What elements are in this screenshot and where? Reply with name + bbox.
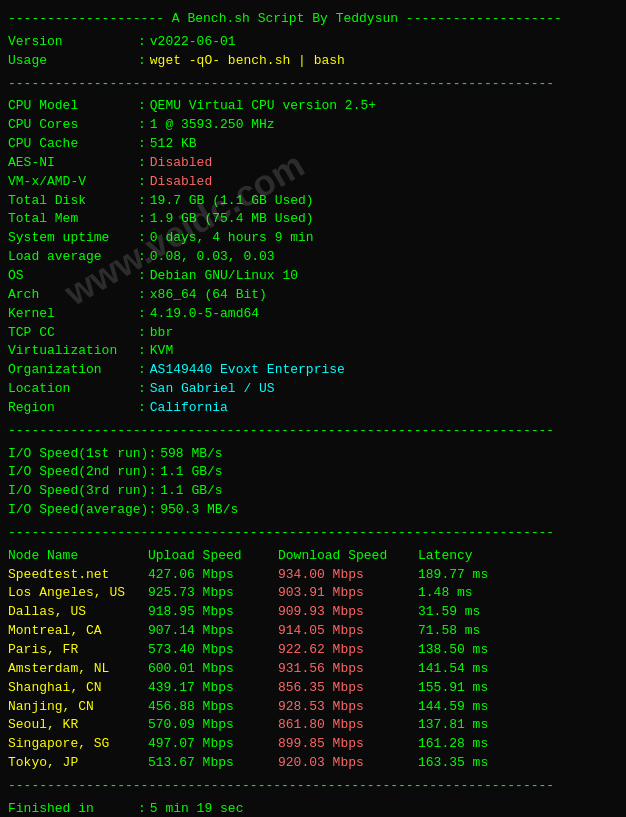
cpu-cores-value: 1 @ 3593.250 MHz	[150, 116, 275, 135]
aes-ni-value: Disabled	[150, 154, 212, 173]
upload-speed: 918.95 Mbps	[148, 603, 278, 622]
tcp-cc-value: bbr	[150, 324, 173, 343]
latency: 71.58 ms	[418, 622, 518, 641]
node-name: Paris, FR	[8, 641, 148, 660]
finished-value: 5 min 19 sec	[150, 800, 244, 817]
load-average-label: Load average	[8, 248, 138, 267]
node-name: Los Angeles, US	[8, 584, 148, 603]
table-row: Paris, FR573.40 Mbps922.62 Mbps138.50 ms	[8, 641, 618, 660]
load-average-value: 0.08, 0.03, 0.03	[150, 248, 275, 267]
io1-label: I/O Speed(1st run)	[8, 445, 148, 464]
io2-label: I/O Speed(2nd run)	[8, 463, 148, 482]
upload-speed: 925.73 Mbps	[148, 584, 278, 603]
download-speed: 934.00 Mbps	[278, 566, 418, 585]
col-latency: Latency	[418, 547, 518, 566]
upload-speed: 570.09 Mbps	[148, 716, 278, 735]
download-speed: 899.85 Mbps	[278, 735, 418, 754]
table-row: Amsterdam, NL600.01 Mbps931.56 Mbps141.5…	[8, 660, 618, 679]
upload-speed: 600.01 Mbps	[148, 660, 278, 679]
upload-speed: 456.88 Mbps	[148, 698, 278, 717]
table-row: Speedtest.net427.06 Mbps934.00 Mbps189.7…	[8, 566, 618, 585]
upload-speed: 513.67 Mbps	[148, 754, 278, 773]
kernel-label: Kernel	[8, 305, 138, 324]
upload-speed: 907.14 Mbps	[148, 622, 278, 641]
system-uptime-label: System uptime	[8, 229, 138, 248]
node-name: Speedtest.net	[8, 566, 148, 585]
upload-speed: 573.40 Mbps	[148, 641, 278, 660]
table-row: Nanjing, CN456.88 Mbps928.53 Mbps144.59 …	[8, 698, 618, 717]
latency: 138.50 ms	[418, 641, 518, 660]
latency: 161.28 ms	[418, 735, 518, 754]
virtualization-label: Virtualization	[8, 342, 138, 361]
latency: 189.77 ms	[418, 566, 518, 585]
upload-speed: 497.07 Mbps	[148, 735, 278, 754]
latency: 155.91 ms	[418, 679, 518, 698]
download-speed: 856.35 Mbps	[278, 679, 418, 698]
usage-colon: :	[138, 52, 146, 71]
tcp-cc-label: TCP CC	[8, 324, 138, 343]
download-speed: 903.91 Mbps	[278, 584, 418, 603]
table-row: Singapore, SG497.07 Mbps899.85 Mbps161.2…	[8, 735, 618, 754]
table-row: Montreal, CA907.14 Mbps914.05 Mbps71.58 …	[8, 622, 618, 641]
os-value: Debian GNU/Linux 10	[150, 267, 298, 286]
cpu-cache-label: CPU Cache	[8, 135, 138, 154]
io1-value: 598 MB/s	[160, 445, 222, 464]
latency: 144.59 ms	[418, 698, 518, 717]
node-name: Montreal, CA	[8, 622, 148, 641]
latency: 31.59 ms	[418, 603, 518, 622]
network-table-header: Node Name Upload Speed Download Speed La…	[8, 547, 618, 566]
aes-ni-label: AES-NI	[8, 154, 138, 173]
divider-3: ----------------------------------------…	[8, 524, 618, 543]
node-name: Amsterdam, NL	[8, 660, 148, 679]
node-name: Shanghai, CN	[8, 679, 148, 698]
version-value: v2022-06-01	[150, 33, 236, 52]
system-uptime-value: 0 days, 4 hours 9 min	[150, 229, 314, 248]
divider-2: ----------------------------------------…	[8, 422, 618, 441]
io-avg-label: I/O Speed(average)	[8, 501, 148, 520]
total-mem-value: 1.9 GB (75.4 MB Used)	[150, 210, 314, 229]
cpu-model-value: QEMU Virtual CPU version 2.5+	[150, 97, 376, 116]
latency: 1.48 ms	[418, 584, 518, 603]
upload-speed: 439.17 Mbps	[148, 679, 278, 698]
region-value: California	[150, 399, 228, 418]
col-download: Download Speed	[278, 547, 418, 566]
io-avg-value: 950.3 MB/s	[160, 501, 238, 520]
table-row: Shanghai, CN439.17 Mbps856.35 Mbps155.91…	[8, 679, 618, 698]
network-rows: Speedtest.net427.06 Mbps934.00 Mbps189.7…	[8, 566, 618, 773]
download-speed: 909.93 Mbps	[278, 603, 418, 622]
latency: 141.54 ms	[418, 660, 518, 679]
table-row: Seoul, KR570.09 Mbps861.80 Mbps137.81 ms	[8, 716, 618, 735]
location-label: Location	[8, 380, 138, 399]
download-speed: 920.03 Mbps	[278, 754, 418, 773]
version-label: Version	[8, 33, 138, 52]
download-speed: 928.53 Mbps	[278, 698, 418, 717]
cpu-cores-label: CPU Cores	[8, 116, 138, 135]
download-speed: 922.62 Mbps	[278, 641, 418, 660]
latency: 137.81 ms	[418, 716, 518, 735]
virtualization-value: KVM	[150, 342, 173, 361]
usage-value: wget -qO- bench.sh | bash	[150, 52, 345, 71]
node-name: Dallas, US	[8, 603, 148, 622]
location-value: San Gabriel / US	[150, 380, 275, 399]
io3-value: 1.1 GB/s	[160, 482, 222, 501]
node-name: Singapore, SG	[8, 735, 148, 754]
download-speed: 861.80 Mbps	[278, 716, 418, 735]
io3-label: I/O Speed(3rd run)	[8, 482, 148, 501]
organization-value: AS149440 Evoxt Enterprise	[150, 361, 345, 380]
table-row: Los Angeles, US925.73 Mbps903.91 Mbps1.4…	[8, 584, 618, 603]
table-row: Dallas, US918.95 Mbps909.93 Mbps31.59 ms	[8, 603, 618, 622]
arch-label: Arch	[8, 286, 138, 305]
usage-label: Usage	[8, 52, 138, 71]
download-speed: 931.56 Mbps	[278, 660, 418, 679]
cpu-model-label: CPU Model	[8, 97, 138, 116]
os-label: OS	[8, 267, 138, 286]
download-speed: 914.05 Mbps	[278, 622, 418, 641]
table-row: Tokyo, JP513.67 Mbps920.03 Mbps163.35 ms	[8, 754, 618, 773]
region-label: Region	[8, 399, 138, 418]
divider-4: ----------------------------------------…	[8, 777, 618, 796]
organization-label: Organization	[8, 361, 138, 380]
arch-value: x86_64 (64 Bit)	[150, 286, 267, 305]
node-name: Nanjing, CN	[8, 698, 148, 717]
total-mem-label: Total Mem	[8, 210, 138, 229]
total-disk-value: 19.7 GB (1.1 GB Used)	[150, 192, 314, 211]
